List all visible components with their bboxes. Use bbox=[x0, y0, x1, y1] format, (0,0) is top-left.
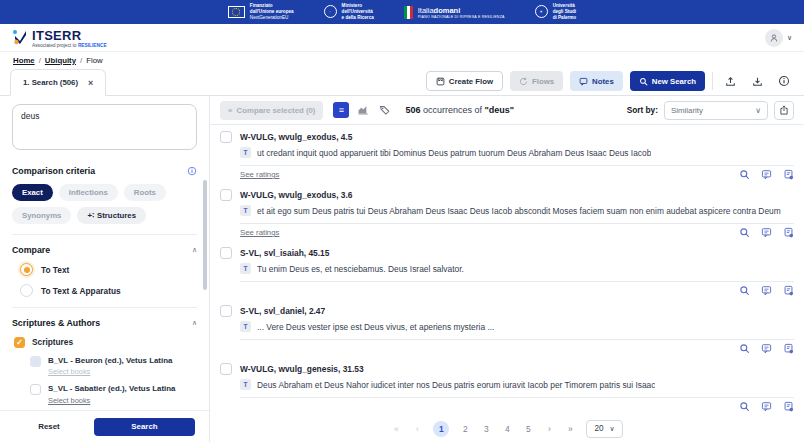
zoom-result-button[interactable] bbox=[739, 401, 750, 412]
tab-search[interactable]: 1. Search (506) × bbox=[10, 69, 106, 96]
chevron-down-icon[interactable]: ∨ bbox=[787, 34, 792, 42]
unipa-line3: di Palermo bbox=[553, 15, 577, 21]
close-icon[interactable]: × bbox=[88, 78, 93, 88]
page-2-button[interactable]: 2 bbox=[460, 424, 470, 434]
sort-select[interactable]: Similarity ∨ bbox=[664, 101, 768, 120]
zoom-result-button[interactable] bbox=[739, 227, 750, 238]
result-row: S-VL, svl_daniel, 2.47 T ... Vere Deus v… bbox=[210, 299, 804, 357]
radio-unselected-icon[interactable] bbox=[20, 284, 33, 297]
list-icon: ≡ bbox=[228, 106, 233, 115]
search-icon bbox=[739, 343, 750, 354]
zoom-result-button[interactable] bbox=[739, 343, 750, 354]
new-search-button[interactable]: New Search bbox=[630, 71, 705, 91]
comment-button[interactable] bbox=[761, 227, 772, 238]
last-page-button[interactable]: » bbox=[565, 424, 575, 434]
export-button[interactable] bbox=[774, 101, 794, 120]
criteria-info-icon[interactable] bbox=[187, 166, 197, 176]
source-bvl: B_VL - Beuron (ed.), Vetus Latina Select… bbox=[30, 356, 197, 376]
chevron-up-icon[interactable]: ∧ bbox=[192, 246, 197, 254]
chart-view-toggle[interactable] bbox=[355, 102, 371, 118]
ministry-line2: dell'Università bbox=[342, 9, 374, 15]
unipa-logo: ✶ Università degli Studi di Palermo bbox=[535, 3, 577, 20]
info-button[interactable] bbox=[774, 71, 794, 91]
result-checkbox[interactable] bbox=[220, 363, 232, 375]
new-search-label: New Search bbox=[652, 77, 696, 86]
result-reference: S-VL, svl_daniel, 2.47 bbox=[240, 305, 325, 316]
notes-button[interactable]: Notes bbox=[570, 71, 623, 91]
pagination: « ‹ 1 2 3 4 5 › » 20 ∨ bbox=[210, 415, 804, 442]
italiadomani-logo: Italiadomani PIANO NAZIONALE DI RIPRESA … bbox=[404, 6, 505, 19]
page-3-button[interactable]: 3 bbox=[481, 424, 491, 434]
pill-roots[interactable]: Roots bbox=[124, 184, 166, 201]
comment-button[interactable] bbox=[761, 343, 772, 354]
see-ratings-link[interactable]: See ratings bbox=[240, 170, 279, 179]
list-view-toggle[interactable]: ≡ bbox=[333, 102, 349, 118]
reset-button[interactable]: Reset bbox=[14, 418, 84, 436]
user-avatar[interactable] bbox=[765, 29, 783, 47]
results-count-text: occurrences of bbox=[420, 105, 484, 115]
source-svl: S_VL - Sabatier (ed.), Vetus Latina Sele… bbox=[30, 384, 197, 404]
sidebar-scrollbar[interactable] bbox=[203, 180, 207, 290]
see-ratings-link[interactable]: See ratings bbox=[240, 228, 279, 237]
create-flow-button[interactable]: Create Flow bbox=[426, 71, 503, 91]
prev-page-button[interactable]: ‹ bbox=[412, 424, 422, 434]
pill-structures[interactable]: +∶Structures bbox=[77, 207, 146, 224]
search-icon bbox=[739, 227, 750, 238]
compare-selected-button: ≡ Compare selected (0) bbox=[220, 101, 323, 120]
svl-select-books-link[interactable]: Select books bbox=[48, 396, 175, 405]
pill-exact[interactable]: Exact bbox=[12, 184, 53, 201]
search-sidebar: deus Comparison criteria Exact Inflectio… bbox=[0, 96, 210, 442]
result-row: W-VULG, wvulg_exodus, 4.5 T ut credant i… bbox=[210, 125, 804, 183]
comment-button[interactable] bbox=[761, 285, 772, 296]
svl-checkbox[interactable] bbox=[30, 384, 41, 395]
result-row: W-VULG, wvulg_exodus, 3.6 T et ait ego s… bbox=[210, 183, 804, 241]
next-page-button[interactable]: › bbox=[544, 424, 554, 434]
add-note-button[interactable] bbox=[783, 227, 794, 238]
result-checkbox[interactable] bbox=[220, 305, 232, 317]
breadcrumb-home[interactable]: Home bbox=[13, 56, 35, 65]
result-checkbox[interactable] bbox=[220, 247, 232, 259]
page-1-button[interactable]: 1 bbox=[433, 421, 449, 437]
svl-label: S_VL - Sabatier (ed.), Vetus Latina bbox=[48, 384, 175, 393]
chevron-up-icon[interactable]: ∧ bbox=[192, 319, 197, 327]
add-note-button[interactable] bbox=[783, 343, 794, 354]
pill-inflections[interactable]: Inflections bbox=[59, 184, 118, 201]
scriptures-checkbox-row[interactable]: ✓ Scriptures bbox=[14, 337, 197, 348]
query-input[interactable]: deus bbox=[12, 104, 197, 150]
result-reference: S-VL, svl_isaiah, 45.15 bbox=[240, 247, 329, 258]
note-add-icon bbox=[783, 227, 794, 238]
checkbox-checked-icon[interactable]: ✓ bbox=[14, 337, 25, 348]
first-page-button[interactable]: « bbox=[391, 424, 401, 434]
radio-to-text[interactable]: To Text bbox=[20, 263, 197, 276]
page-4-button[interactable]: 4 bbox=[502, 424, 512, 434]
download-button[interactable] bbox=[747, 71, 767, 91]
zoom-result-button[interactable] bbox=[739, 169, 750, 180]
notes-label: Notes bbox=[592, 77, 614, 86]
add-note-button[interactable] bbox=[783, 285, 794, 296]
radio-to-text-apparatus[interactable]: To Text & Apparatus bbox=[20, 284, 197, 297]
radio-selected-icon[interactable] bbox=[20, 263, 33, 276]
add-note-button[interactable] bbox=[783, 401, 794, 412]
search-icon bbox=[639, 77, 648, 86]
tags-view-toggle[interactable] bbox=[377, 102, 393, 118]
user-menu[interactable]: ∨ bbox=[765, 29, 792, 47]
page-size-select[interactable]: 20 ∨ bbox=[586, 420, 622, 438]
search-button[interactable]: Search bbox=[94, 418, 195, 436]
result-checkbox[interactable] bbox=[220, 189, 232, 201]
scriptures-group-label: Scriptures bbox=[32, 337, 73, 347]
bvl-checkbox[interactable] bbox=[30, 356, 41, 367]
comment-button[interactable] bbox=[761, 169, 772, 180]
upload-button[interactable] bbox=[720, 71, 740, 91]
app-header: ITSERR Associated project to RESILIENCE … bbox=[0, 24, 804, 52]
bvl-select-books-link: Select books bbox=[48, 367, 172, 376]
result-row: W-VULG, wvulg_genesis, 31.53 T Deus Abra… bbox=[210, 357, 804, 415]
add-note-button[interactable] bbox=[783, 169, 794, 180]
page-5-button[interactable]: 5 bbox=[523, 424, 533, 434]
comment-button[interactable] bbox=[761, 401, 772, 412]
breadcrumb-ubiquity[interactable]: Ubiquity bbox=[45, 56, 76, 65]
eu-flag-icon bbox=[228, 6, 245, 18]
result-checkbox[interactable] bbox=[220, 131, 232, 143]
pill-synonyms[interactable]: Synonyms bbox=[12, 207, 71, 224]
text-badge: T bbox=[240, 263, 251, 274]
zoom-result-button[interactable] bbox=[739, 285, 750, 296]
